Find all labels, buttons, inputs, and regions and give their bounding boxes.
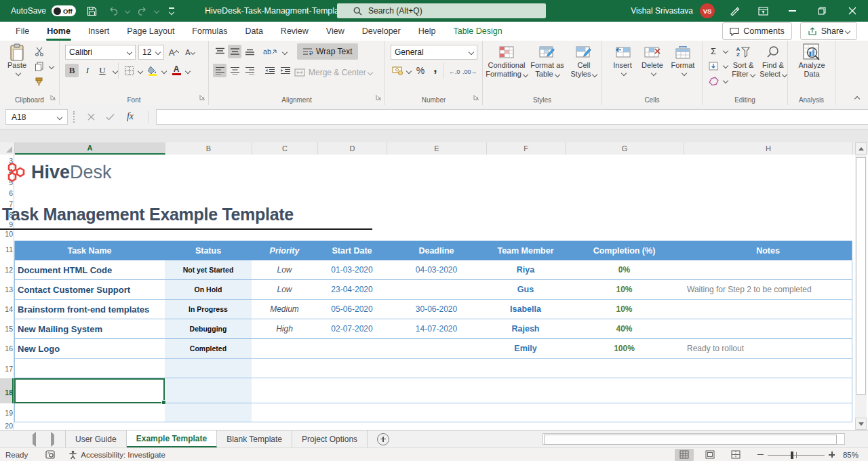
cell-priority[interactable]: High — [252, 319, 317, 338]
user-name[interactable]: Vishal Srivastava — [631, 6, 693, 16]
tab-review[interactable]: Review — [272, 22, 317, 41]
row-header[interactable]: 17 — [0, 365, 13, 373]
cell-deadline[interactable] — [387, 280, 486, 299]
format-cells-button[interactable]: Format — [669, 43, 697, 75]
cell-start-date[interactable]: 23-04-2020 — [317, 280, 387, 299]
row-header[interactable]: 11 — [0, 245, 13, 254]
decrease-indent-button[interactable] — [263, 64, 277, 77]
sheet-nav-prev-button[interactable] — [33, 435, 36, 444]
increase-font-button[interactable]: A — [167, 45, 180, 59]
percent-style-button[interactable]: % — [414, 64, 427, 77]
empty-row-20[interactable] — [14, 422, 852, 430]
header-start-date[interactable]: Start Date — [317, 241, 387, 260]
bottom-align-button[interactable] — [243, 45, 256, 58]
ribbon-display-options-button[interactable] — [749, 0, 777, 22]
clear-button[interactable] — [707, 74, 720, 87]
redo-dropdown-icon[interactable] — [154, 8, 159, 14]
tab-home[interactable]: Home — [38, 22, 79, 41]
cell-completion[interactable]: 0% — [565, 260, 684, 279]
increase-decimal-button[interactable]: ←.0 — [448, 65, 461, 79]
cell-deadline[interactable]: 14-07-2020 — [387, 319, 486, 338]
fill-button[interactable] — [707, 59, 720, 73]
share-button[interactable]: Share — [800, 22, 857, 40]
font-color-button[interactable]: A — [170, 64, 183, 77]
header-team-member[interactable]: Team Member — [486, 241, 565, 260]
sheet-tab-example-template[interactable]: Example Template — [127, 430, 217, 447]
top-align-button[interactable] — [213, 45, 226, 58]
cell-completion[interactable]: 10% — [565, 280, 684, 299]
cell-styles-button[interactable]: Cell Styles — [568, 43, 599, 79]
cell-team-member[interactable]: Riya — [486, 260, 565, 279]
undo-button[interactable] — [103, 0, 123, 22]
cell-start-date[interactable]: 02-07-2020 — [317, 319, 387, 338]
fill-dropdown-icon[interactable] — [723, 63, 728, 68]
minimize-button[interactable] — [777, 0, 807, 22]
bold-button[interactable]: B — [65, 64, 79, 77]
number-dialog-launcher[interactable] — [473, 93, 479, 102]
quick-access-toolbar-button[interactable] — [163, 0, 180, 22]
copy-dropdown-icon[interactable] — [49, 64, 54, 69]
cell-priority[interactable]: Low — [252, 260, 317, 279]
cell-team-member[interactable]: Gus — [486, 280, 565, 299]
cell-task[interactable]: Contact Customer Support — [14, 280, 165, 299]
comma-style-button[interactable]: , — [429, 61, 442, 75]
new-sheet-button[interactable] — [377, 433, 389, 445]
cell-team-member[interactable]: Emily — [486, 339, 565, 358]
align-left-button[interactable] — [213, 64, 226, 77]
tab-formulas[interactable]: Formulas — [183, 22, 236, 41]
cell-notes[interactable] — [684, 260, 852, 279]
user-avatar[interactable]: VS — [700, 3, 715, 18]
cell-deadline[interactable]: 04-03-2020 — [387, 260, 486, 279]
cell-priority[interactable]: Medium — [252, 300, 317, 319]
header-status[interactable]: Status — [165, 241, 252, 260]
tab-developer[interactable]: Developer — [353, 22, 410, 41]
fill-color-dropdown-icon[interactable] — [161, 68, 167, 74]
tab-view[interactable]: View — [317, 22, 353, 41]
cell-start-date[interactable]: 05-06-2020 — [317, 300, 387, 319]
name-box[interactable]: A18 — [5, 109, 68, 125]
enter-button[interactable] — [103, 110, 117, 123]
column-header-e[interactable]: E — [387, 142, 487, 155]
cell-start-date[interactable]: 01-03-2020 — [317, 260, 387, 279]
cell-deadline[interactable] — [387, 339, 486, 358]
redo-button[interactable] — [132, 0, 153, 22]
column-header-f[interactable]: F — [487, 142, 566, 155]
row-header[interactable]: 12 — [0, 266, 13, 274]
column-header-a[interactable]: A — [15, 142, 165, 155]
number-format-combo[interactable]: General — [391, 45, 477, 60]
middle-align-button[interactable] — [228, 45, 241, 58]
zoom-in-button[interactable] — [829, 452, 835, 458]
paste-button[interactable]: Paste — [4, 43, 30, 75]
cut-button[interactable] — [33, 45, 46, 58]
search-box[interactable]: Search (Alt+Q) — [337, 3, 546, 18]
wrap-text-button[interactable]: Wrap Text — [297, 43, 358, 60]
cell-team-member[interactable]: Isabella — [486, 300, 565, 319]
cell-status[interactable]: In Progress — [165, 300, 252, 319]
underline-button[interactable]: U — [96, 64, 109, 77]
header-deadline[interactable]: Deadline — [387, 241, 486, 260]
row-header[interactable]: 20 — [0, 422, 13, 430]
row-header[interactable]: 14 — [0, 305, 13, 313]
undo-dropdown-icon[interactable] — [125, 8, 130, 14]
insert-cells-button[interactable]: Insert — [609, 43, 636, 75]
row-header[interactable]: 6 — [0, 189, 13, 197]
alignment-dialog-launcher[interactable] — [376, 93, 382, 102]
tab-page-layout[interactable]: Page Layout — [118, 22, 183, 41]
cell-task[interactable]: Brainstorm front-end templates — [14, 300, 165, 319]
header-task-name[interactable]: Task Name — [14, 241, 165, 260]
restore-button[interactable] — [807, 0, 837, 22]
zoom-out-button[interactable] — [757, 454, 764, 456]
font-name-combo[interactable]: Calibri — [65, 45, 136, 60]
column-header-g[interactable]: G — [566, 142, 684, 155]
accounting-dropdown-icon[interactable] — [406, 68, 412, 74]
sheet-nav-next-button[interactable] — [51, 435, 54, 444]
font-size-combo[interactable]: 12 — [138, 45, 164, 60]
cell-priority[interactable] — [252, 339, 317, 358]
cell-status[interactable]: Not yet Started — [165, 260, 252, 279]
format-painter-button[interactable] — [33, 75, 46, 88]
cell-completion[interactable]: 40% — [565, 319, 684, 338]
cell-status[interactable]: Completed — [165, 339, 252, 358]
header-completion[interactable]: Completion (%) — [565, 241, 684, 260]
cell-notes[interactable] — [684, 300, 852, 319]
empty-row-19[interactable] — [14, 403, 852, 422]
